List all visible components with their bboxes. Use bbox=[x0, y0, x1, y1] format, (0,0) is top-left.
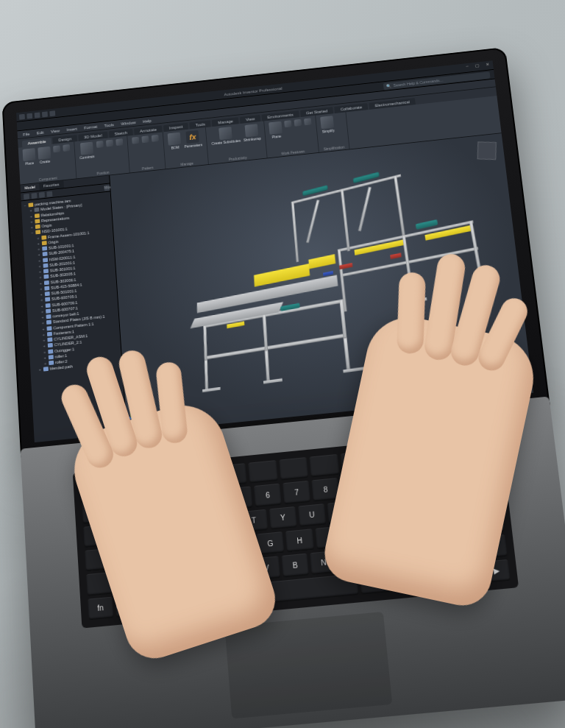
key: H bbox=[285, 529, 313, 552]
qat-home-icon[interactable] bbox=[49, 110, 55, 116]
ribbon-cmd-label: Parameters bbox=[184, 143, 202, 149]
tree-prt-icon bbox=[43, 264, 49, 268]
tree-prt-icon bbox=[49, 361, 54, 365]
tree-prt-icon bbox=[46, 308, 51, 313]
ribbon-cmd-label: Plane bbox=[272, 134, 282, 139]
menu-help[interactable]: Help bbox=[143, 119, 152, 124]
ribbon-cmd-free-rotate[interactable] bbox=[63, 144, 71, 162]
tree-node-label: blended path bbox=[50, 364, 73, 372]
tree-asm-icon bbox=[35, 230, 40, 234]
tree-prt-icon bbox=[46, 314, 51, 319]
ribbon-group-simplification: SimplifySimplification bbox=[316, 112, 349, 152]
ribbon-cmd-ucs[interactable] bbox=[304, 118, 313, 135]
tree-twisty-icon[interactable]: − bbox=[30, 230, 35, 236]
qat-redo-icon[interactable] bbox=[35, 112, 40, 118]
tree-rep-icon bbox=[34, 208, 39, 212]
ribbon-cmd-free-move[interactable] bbox=[53, 145, 61, 163]
ribbon-cmd-label: Place bbox=[25, 160, 34, 166]
key bbox=[248, 460, 277, 484]
ribbon-group-pattern: Pattern bbox=[128, 132, 166, 172]
ribbon-cmd-constrain[interactable]: Constrain bbox=[79, 141, 95, 160]
ribbon-cmd-label: Simplify bbox=[321, 128, 334, 133]
key: U bbox=[298, 503, 326, 527]
tree-twisty-icon[interactable]: + bbox=[43, 361, 47, 367]
ribbon-cmd-axis[interactable] bbox=[285, 120, 294, 138]
browser-expand-icon[interactable] bbox=[39, 191, 45, 197]
menu-view[interactable]: View bbox=[51, 128, 60, 133]
qat-undo-icon[interactable] bbox=[26, 113, 32, 119]
tree-prt-icon bbox=[45, 291, 50, 296]
key: fn bbox=[88, 596, 113, 620]
key: 6 bbox=[254, 484, 282, 507]
ribbon-cmd-parameters[interactable]: fxParameters bbox=[183, 130, 202, 148]
ribbon-cmd-grounded[interactable] bbox=[106, 139, 114, 157]
tree-prt-icon bbox=[46, 303, 51, 308]
ribbon-group-manage: BOMfxParametersManage bbox=[163, 127, 209, 169]
window-close-button[interactable]: ✕ bbox=[484, 61, 491, 67]
ribbon-cmd-mirror[interactable] bbox=[142, 135, 149, 143]
browser-search-icon[interactable] bbox=[31, 192, 37, 198]
tree-prt-icon bbox=[47, 332, 52, 336]
tree-prt-icon bbox=[43, 367, 49, 371]
key: 7 bbox=[282, 481, 310, 504]
tree-prt-icon bbox=[43, 275, 49, 279]
ribbon-cmd-shrinkwrap[interactable]: Shrinkwrap bbox=[242, 124, 261, 142]
browser-filter-icon[interactable] bbox=[24, 194, 29, 199]
menu-edit[interactable]: Edit bbox=[37, 130, 44, 135]
ribbon-cmd-label: Create Substitutes bbox=[211, 138, 241, 146]
menu-tools[interactable]: Tools bbox=[104, 122, 114, 127]
tree-prt-icon bbox=[42, 247, 47, 251]
window-minimize-button[interactable]: – bbox=[464, 63, 471, 69]
search-icon: 🔍 bbox=[386, 83, 391, 88]
ribbon-group-position: ConstrainPosition bbox=[74, 136, 130, 179]
tree-prt-icon bbox=[45, 297, 50, 302]
ribbon-cmd-bom[interactable]: BOM bbox=[168, 132, 182, 150]
ribbon-cmd-label: Create bbox=[40, 159, 51, 164]
tree-fld-icon bbox=[35, 225, 40, 229]
window-maximize-button[interactable]: ▢ bbox=[474, 62, 480, 68]
tree-twisty-icon[interactable]: − bbox=[23, 202, 27, 208]
tree-prt-icon bbox=[46, 326, 51, 331]
tree-fld-icon bbox=[35, 219, 40, 223]
tree-prt-icon bbox=[47, 337, 52, 342]
tree-asm-icon bbox=[28, 202, 33, 207]
tree-prt-icon bbox=[43, 269, 49, 273]
ribbon-cmd-place[interactable]: Place bbox=[23, 148, 36, 166]
tree-asm-icon bbox=[41, 235, 46, 239]
tree-prt-icon bbox=[48, 343, 53, 347]
ribbon-group-work-features: PlaneWork Features bbox=[264, 116, 319, 158]
ribbon-group-productivity: Create SubstitutesShrinkwrapProductivity bbox=[206, 121, 268, 164]
ribbon-cmd-plane[interactable]: Plane bbox=[269, 121, 282, 140]
tree-fld-icon bbox=[35, 213, 40, 218]
tree-prt-icon bbox=[43, 258, 48, 262]
ribbon-cmd-copy[interactable] bbox=[152, 135, 159, 142]
menu-file[interactable]: File bbox=[23, 132, 29, 136]
ribbon-cmd-hide-all[interactable] bbox=[116, 138, 124, 156]
key: B bbox=[282, 554, 309, 577]
menu-format[interactable]: Format bbox=[84, 124, 97, 130]
ribbon-cmd-pattern[interactable] bbox=[132, 137, 140, 144]
qat-open-icon[interactable] bbox=[42, 111, 48, 117]
browser-collapse-icon[interactable] bbox=[46, 191, 52, 197]
ribbon-cmd-create-substitutes[interactable]: Create Substitutes bbox=[210, 126, 241, 146]
key bbox=[279, 457, 309, 481]
desk-scene: Autodesk Inventor Professional – ▢ ✕ 🔍 S… bbox=[0, 0, 565, 728]
qat-save-icon[interactable] bbox=[19, 114, 25, 120]
ribbon-cmd-label: Constrain bbox=[79, 155, 95, 160]
tree-prt-icon bbox=[44, 286, 49, 290]
ribbon-cmd-create[interactable]: Create bbox=[38, 146, 51, 164]
ribbon-group-component: PlaceCreateComponent bbox=[18, 141, 77, 184]
tree-prt-icon bbox=[44, 280, 49, 285]
ribbon-cmd-joint[interactable] bbox=[96, 141, 104, 158]
tree-twisty-icon[interactable]: + bbox=[38, 367, 42, 372]
menu-window[interactable]: Window bbox=[121, 120, 136, 126]
ribbon-cmd-label: Shrinkwrap bbox=[244, 136, 261, 142]
tree-prt-icon bbox=[46, 320, 51, 325]
menu-insert[interactable]: Insert bbox=[66, 127, 77, 132]
ribbon-cmd-label: BOM bbox=[171, 145, 179, 150]
ribbon-cmd-simplify[interactable]: Simplify bbox=[321, 116, 335, 134]
tree-prt-icon bbox=[48, 349, 53, 353]
ribbon-cmd-point[interactable] bbox=[294, 119, 303, 137]
tree-fld-icon bbox=[42, 241, 47, 245]
tree-prt-icon bbox=[49, 355, 54, 359]
